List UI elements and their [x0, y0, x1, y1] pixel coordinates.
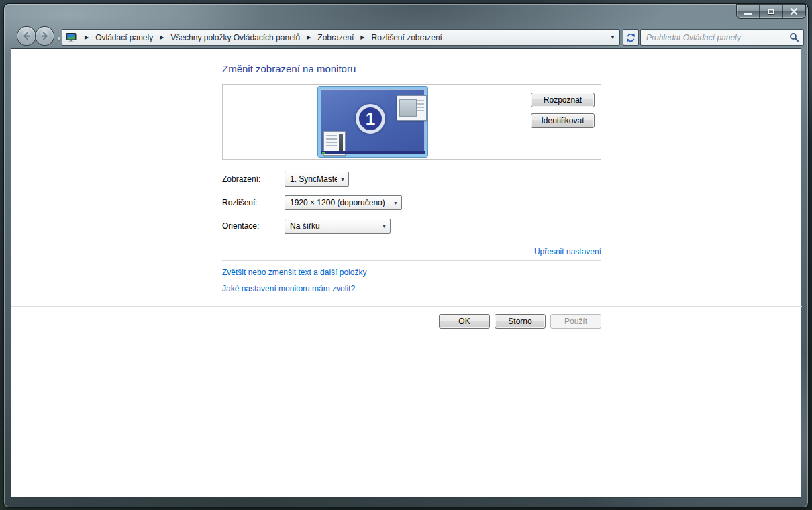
- which-settings-link[interactable]: Jaké nastavení monitoru mám zvolit?: [222, 284, 355, 293]
- breadcrumb-item-resolution[interactable]: Rozlišení zobrazení: [369, 33, 445, 42]
- search-icon: [789, 32, 799, 42]
- monitor-number-badge: 1: [356, 104, 385, 134]
- monitor-preview-panel: 1 Rozpoznat Identifikovat: [222, 84, 601, 160]
- close-icon: [790, 7, 798, 15]
- recent-pages-dropdown[interactable]: ▼: [56, 36, 62, 42]
- forward-arrow-icon: [40, 31, 50, 41]
- detect-button[interactable]: Rozpoznat: [531, 93, 595, 107]
- page-title: Změnit zobrazení na monitoru: [222, 63, 356, 74]
- ok-button[interactable]: OK: [439, 314, 490, 329]
- forward-button[interactable]: [36, 27, 54, 45]
- dialog-button-row: OK Storno Použít: [222, 314, 601, 329]
- client-area: Změnit zobrazení na monitoru 1: [11, 48, 801, 498]
- advanced-settings-link[interactable]: Upřesnit nastavení: [534, 247, 601, 256]
- identify-button[interactable]: Identifikovat: [531, 113, 595, 128]
- breadcrumb-separator-icon: ▶: [81, 34, 93, 40]
- advanced-settings-row: Upřesnit nastavení: [222, 245, 601, 257]
- close-button[interactable]: [783, 5, 805, 18]
- orientation-select-value: Na šířku: [285, 221, 378, 231]
- apply-button[interactable]: Použít: [550, 314, 601, 329]
- breadcrumb-separator-icon: ▶: [356, 34, 368, 40]
- orientation-field-label: Orientace:: [222, 221, 259, 231]
- resize-text-link[interactable]: Zvětšit nebo zmenšit text a další položk…: [222, 268, 366, 277]
- display-select-value: 1. SyncMaster: [285, 174, 337, 184]
- maximize-button[interactable]: [760, 5, 782, 18]
- chevron-down-icon: ▼: [390, 201, 401, 205]
- maximize-icon: [768, 9, 774, 14]
- resolution-select[interactable]: 1920 × 1200 (doporučeno) ▼: [285, 195, 402, 210]
- breadcrumb-item-all-items[interactable]: Všechny položky Ovládacích panelů: [168, 33, 303, 42]
- orientation-select[interactable]: Na šířku ▼: [285, 219, 391, 234]
- preview-taskbar-graphic: [321, 151, 425, 154]
- minimize-button[interactable]: [737, 5, 760, 18]
- breadcrumb-separator-icon: ▶: [156, 34, 168, 40]
- refresh-icon: [625, 32, 636, 43]
- window-controls: [737, 5, 805, 18]
- refresh-button[interactable]: [623, 29, 639, 46]
- back-arrow-icon: [21, 31, 32, 41]
- display-cpl-icon: [66, 32, 77, 43]
- display-field-label: Zobrazení:: [222, 174, 260, 184]
- button-row-divider: [11, 306, 802, 307]
- resolution-select-value: 1920 × 1200 (doporučeno): [285, 198, 390, 207]
- chevron-down-icon: ▼: [378, 224, 390, 229]
- search-input[interactable]: [646, 33, 789, 42]
- minimize-icon: [744, 13, 752, 15]
- search-box: [640, 29, 804, 46]
- cancel-button[interactable]: Storno: [495, 314, 546, 329]
- preview-window-graphic: [397, 95, 427, 121]
- back-button[interactable]: [17, 27, 36, 45]
- chevron-down-icon: ▼: [337, 177, 348, 182]
- breadcrumb-item-display[interactable]: Zobrazení: [315, 33, 356, 42]
- breadcrumb: ▶ Ovládací panely ▶ Všechny položky Ovlá…: [62, 29, 620, 46]
- display-select[interactable]: 1. SyncMaster ▼: [285, 172, 349, 187]
- resolution-field-label: Rozlišení:: [222, 198, 258, 207]
- section-divider: [222, 260, 601, 261]
- monitor-1-preview[interactable]: 1: [318, 87, 427, 157]
- address-dropdown-button[interactable]: ▼: [606, 34, 619, 40]
- explorer-window: ▼ ▶ Ovládací panely ▶ Všechny položky Ov…: [4, 4, 808, 507]
- breadcrumb-separator-icon: ▶: [303, 34, 315, 40]
- breadcrumb-item-control-panel[interactable]: Ovládací panely: [93, 33, 156, 42]
